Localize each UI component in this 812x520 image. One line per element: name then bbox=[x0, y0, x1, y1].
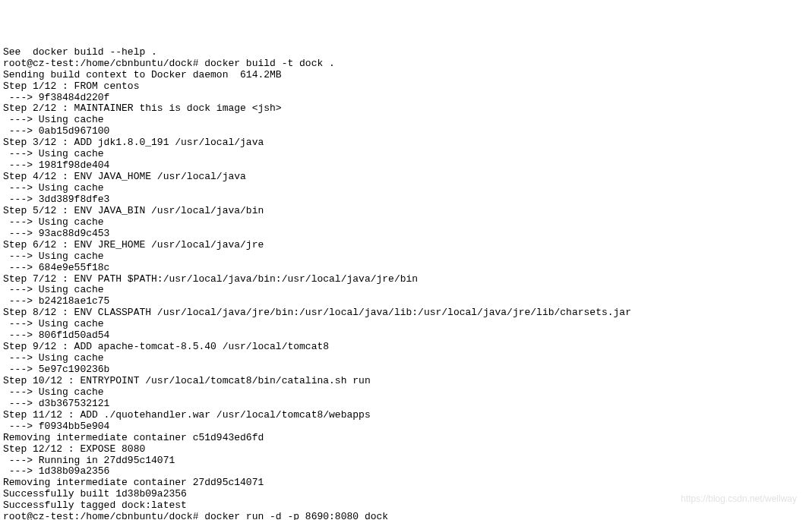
terminal-line: ---> Running in 27dd95c14071 bbox=[3, 455, 809, 467]
terminal-line: ---> Using cache bbox=[3, 149, 809, 160]
terminal-line: Step 2/12 : MAINTAINER this is dock imag… bbox=[3, 103, 809, 115]
terminal-line: ---> 3dd389f8dfe3 bbox=[3, 194, 809, 206]
terminal-line: Removing intermediate container c51d943e… bbox=[3, 433, 809, 444]
terminal-line: Step 8/12 : ENV CLASSPATH /usr/local/jav… bbox=[3, 307, 809, 319]
terminal-line: Step 11/12 : ADD ./quotehandler.war /usr… bbox=[3, 410, 809, 421]
terminal-line: ---> Using cache bbox=[3, 353, 809, 364]
terminal-line: ---> 806f1d50ad54 bbox=[3, 330, 809, 342]
terminal-line: root@cz-test:/home/cbnbuntu/dock# docker… bbox=[3, 512, 809, 520]
terminal-line: Step 1/12 : FROM centos bbox=[3, 81, 809, 93]
terminal-line: ---> Using cache bbox=[3, 285, 809, 296]
terminal-line: Step 10/12 : ENTRYPOINT /usr/local/tomca… bbox=[3, 376, 809, 387]
terminal-line: ---> 93ac88d9c453 bbox=[3, 228, 809, 240]
terminal-line: ---> 684e9e55f18c bbox=[3, 263, 809, 274]
terminal-line: ---> Using cache bbox=[3, 319, 809, 330]
terminal-line: ---> Using cache bbox=[3, 387, 809, 399]
terminal-output[interactable]: See docker build --help .root@cz-test:/h… bbox=[3, 47, 809, 520]
terminal-line: Step 6/12 : ENV JRE_HOME /usr/local/java… bbox=[3, 240, 809, 251]
terminal-line: ---> Using cache bbox=[3, 115, 809, 126]
terminal-line: Step 9/12 : ADD apache-tomcat-8.5.40 /us… bbox=[3, 342, 809, 353]
terminal-line: Sending build context to Docker daemon 6… bbox=[3, 70, 809, 81]
terminal-line: ---> Using cache bbox=[3, 217, 809, 228]
terminal-line: Removing intermediate container 27dd95c1… bbox=[3, 477, 809, 489]
terminal-line: ---> 9f38484d220f bbox=[3, 93, 809, 104]
terminal-line: ---> 0ab15d967100 bbox=[3, 126, 809, 137]
terminal-line: root@cz-test:/home/cbnbuntu/dock# docker… bbox=[3, 58, 809, 70]
terminal-line: Step 12/12 : EXPOSE 8080 bbox=[3, 444, 809, 455]
terminal-line: ---> 5e97c190236b bbox=[3, 364, 809, 376]
watermark-text: https://blog.csdn.net/wellway bbox=[681, 494, 797, 505]
terminal-line: Step 7/12 : ENV PATH $PATH:/usr/local/ja… bbox=[3, 274, 809, 285]
terminal-line: ---> f0934bb5e904 bbox=[3, 421, 809, 433]
terminal-line: Step 3/12 : ADD jdk1.8.0_191 /usr/local/… bbox=[3, 137, 809, 149]
terminal-line: ---> 1d38b09a2356 bbox=[3, 466, 809, 477]
terminal-line: ---> Using cache bbox=[3, 251, 809, 263]
terminal-line: ---> Using cache bbox=[3, 183, 809, 194]
terminal-line: ---> 1981f98de404 bbox=[3, 160, 809, 172]
terminal-line: ---> b24218ae1c75 bbox=[3, 296, 809, 307]
terminal-line: Step 4/12 : ENV JAVA_HOME /usr/local/jav… bbox=[3, 172, 809, 183]
terminal-line: Step 5/12 : ENV JAVA_BIN /usr/local/java… bbox=[3, 206, 809, 217]
terminal-line: See docker build --help . bbox=[3, 47, 809, 58]
terminal-line: ---> d3b367532121 bbox=[3, 399, 809, 410]
